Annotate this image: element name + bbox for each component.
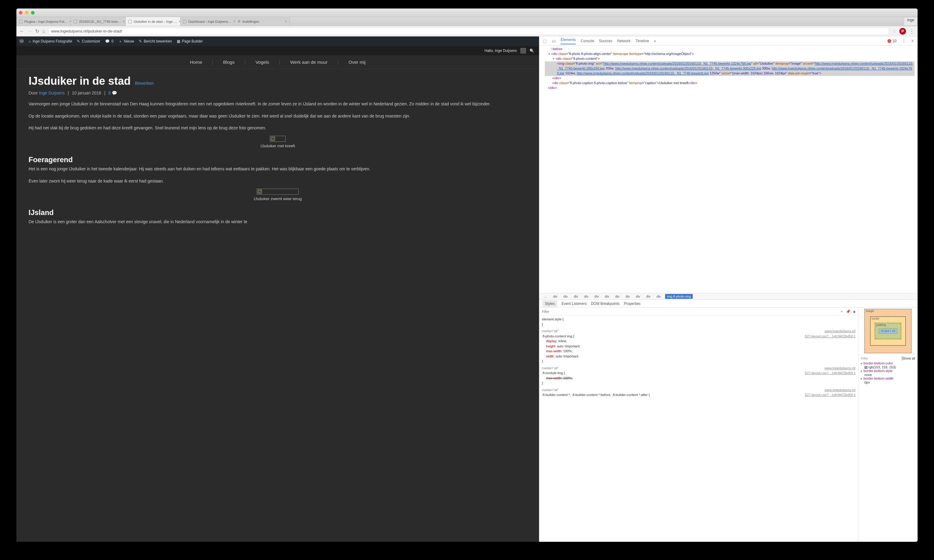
styles-filter-input[interactable]: [542, 310, 837, 314]
browser-tab[interactable]: IJsduiker in de stad – Inge …×: [126, 17, 180, 26]
element-state-icon[interactable]: ◆: [853, 309, 855, 314]
greeting-text[interactable]: Hallo, Inge Duijsens: [485, 49, 517, 53]
nav-blogs[interactable]: Blogs: [221, 60, 236, 65]
pin-icon[interactable]: 📌: [846, 309, 851, 314]
subtab-properties[interactable]: Properties: [624, 302, 641, 306]
devtools-panel: ⬚ ▭ Elements Console Sources Network Tim…: [539, 37, 918, 542]
devtools-tab-timeline[interactable]: Timeline: [635, 39, 649, 43]
styles-subtabs: Styles Event Listeners DOM Breakpoints P…: [539, 300, 918, 308]
crumb-item-selected[interactable]: img.fl-photo-img: [665, 294, 693, 299]
device-mode-icon[interactable]: ▭: [552, 38, 556, 43]
bookmark-icon[interactable]: ☆: [892, 28, 896, 34]
paragraph: Het is een nog jonge IJsduiker in het tw…: [29, 166, 527, 172]
post-meta: Door Inge Duijsens | 10 januari 2016 | 8: [29, 91, 527, 95]
crumb-item[interactable]: div: [624, 294, 632, 299]
nav-vogels[interactable]: Vogels: [254, 60, 271, 65]
wp-new-link[interactable]: ＋Nieuw: [119, 39, 134, 44]
computed-filter-input[interactable]: Filter: [861, 357, 868, 360]
subtab-dom-breakpoints[interactable]: DOM Breakpoints: [591, 302, 620, 306]
reload-button[interactable]: ↻: [35, 28, 39, 34]
browser-tab[interactable]: Instellingen×: [235, 17, 290, 26]
nav-werk[interactable]: Werk aan de muur: [288, 60, 329, 65]
profile-button[interactable]: Inge: [904, 17, 918, 26]
close-tab-icon[interactable]: ×: [123, 20, 125, 24]
paragraph: Op de locatie aangekomen, een stukje kad…: [29, 113, 527, 120]
wp-site-link[interactable]: ⌂Inge Duijsens Fotografie: [29, 39, 72, 43]
subtab-event-listeners[interactable]: Event Listeners: [561, 302, 587, 306]
styles-rules[interactable]: element.style {} media="all"www.ingeduij…: [539, 315, 858, 542]
back-button[interactable]: ←: [20, 29, 24, 34]
error-icon: ×: [888, 39, 891, 43]
crumb-item[interactable]: div: [572, 294, 580, 299]
error-badge[interactable]: ×10: [888, 39, 896, 43]
dom-breadcrumb[interactable]: … div div div div div div div div div di…: [539, 293, 918, 300]
crumb-item[interactable]: div: [634, 294, 642, 299]
devtools-tab-console[interactable]: Console: [581, 39, 594, 43]
speech-icon: 💬: [105, 39, 110, 43]
avatar[interactable]: [521, 48, 526, 54]
minimize-window-button[interactable]: [25, 11, 29, 15]
wordpress-icon[interactable]: ⓦ: [20, 38, 24, 44]
devtools-close-icon[interactable]: ×: [911, 38, 914, 44]
browser-tab[interactable]: 20160110-_N1_7745-bew…×: [71, 17, 126, 26]
nav-over[interactable]: Over mij: [347, 60, 367, 65]
computed-pane[interactable]: Filter Show all border-bottom-color rgb(…: [858, 355, 918, 542]
crumb-item[interactable]: …: [542, 294, 549, 299]
new-rule-icon[interactable]: ＋: [840, 309, 843, 314]
wp-comments-link[interactable]: 💬0: [105, 39, 114, 43]
tab-label: 20160110-_N1_7745-bew…: [79, 20, 121, 23]
heading: IJsland: [29, 208, 527, 217]
crumb-item[interactable]: div: [644, 294, 652, 299]
devtools-tab-elements[interactable]: Elements: [561, 38, 576, 44]
search-icon[interactable]: [530, 49, 534, 53]
inspect-icon[interactable]: ⬚: [543, 38, 547, 43]
devtools-tab-sources[interactable]: Sources: [599, 39, 612, 43]
broken-image[interactable]: [270, 136, 286, 142]
pencil-icon: ✎: [139, 39, 142, 43]
dom-tree[interactable]: ::before <div class="fl-photo fl-photo-a…: [539, 46, 918, 293]
figure: IJsduiker zwemt weer terug: [29, 189, 527, 201]
browser-menu-icon[interactable]: ⋮: [909, 28, 914, 35]
crumb-item[interactable]: div: [603, 294, 611, 299]
crumb-item[interactable]: div: [561, 294, 569, 299]
crumb-item[interactable]: div: [593, 294, 601, 299]
wp-edit-post-link[interactable]: ✎Bericht bewerken: [139, 39, 172, 43]
box-content-size: 75.953 × 20: [879, 329, 897, 334]
brush-icon: ✎: [77, 39, 80, 43]
webpage: ⓦ ⌂Inge Duijsens Fotografie ✎Customizer …: [16, 37, 539, 542]
wp-customizer-link[interactable]: ✎Customizer: [77, 39, 100, 43]
author-link[interactable]: Inge Duijsens: [39, 91, 65, 95]
paragraph: Hij had net vlak bij de brug gedoken en …: [29, 125, 527, 131]
crumb-item[interactable]: div: [655, 294, 663, 299]
close-window-button[interactable]: [19, 11, 23, 15]
address-bar-row: ← → ↻ ⌂ ☆ P ⋮: [16, 26, 918, 37]
pinterest-extension-icon[interactable]: P: [899, 28, 906, 35]
close-tab-icon[interactable]: ×: [285, 20, 287, 24]
paragraph: Even later zwom hij weer terug naar de k…: [29, 178, 527, 185]
devtools-tab-network[interactable]: Network: [617, 39, 630, 43]
close-tab-icon[interactable]: ×: [233, 20, 235, 24]
home-button[interactable]: ⌂: [42, 29, 45, 34]
browser-tab[interactable]: Plugins ‹ Inge Duijsens Fot…×: [16, 17, 71, 26]
browser-tab[interactable]: Dashboard ‹ Inge Duijsens…×: [180, 17, 235, 26]
crumb-item[interactable]: div: [582, 294, 590, 299]
edit-post-link[interactable]: Bewerken: [135, 81, 154, 86]
devtools-menu-icon[interactable]: ⋮: [902, 38, 906, 44]
paragraph: Vanmorgen een jonge IJsduiker in de binn…: [29, 101, 527, 108]
site-nav: Home Blogs Vogels Werk aan de muur Over …: [16, 55, 539, 69]
forward-button[interactable]: →: [27, 29, 32, 34]
devtools-tabs-overflow[interactable]: »: [654, 39, 656, 43]
nav-home[interactable]: Home: [188, 60, 204, 65]
crumb-item[interactable]: div: [613, 294, 621, 299]
subtab-styles[interactable]: Styles: [543, 300, 557, 307]
gear-icon: [237, 20, 240, 23]
broken-image[interactable]: [257, 189, 299, 195]
maximize-window-button[interactable]: [31, 11, 35, 15]
comments-link[interactable]: 8: [108, 91, 117, 95]
wp-greeting-row: Hallo, Inge Duijsens: [16, 46, 539, 55]
box-model[interactable]: margin- border- padding- 75.953 × 20 - -…: [858, 308, 918, 355]
wp-pagebuilder-link[interactable]: ▦Page Builder: [177, 39, 203, 43]
crumb-item[interactable]: div: [551, 294, 559, 299]
url-input[interactable]: [48, 28, 889, 35]
tab-label: IJsduiker in de stad – Inge …: [134, 20, 177, 23]
